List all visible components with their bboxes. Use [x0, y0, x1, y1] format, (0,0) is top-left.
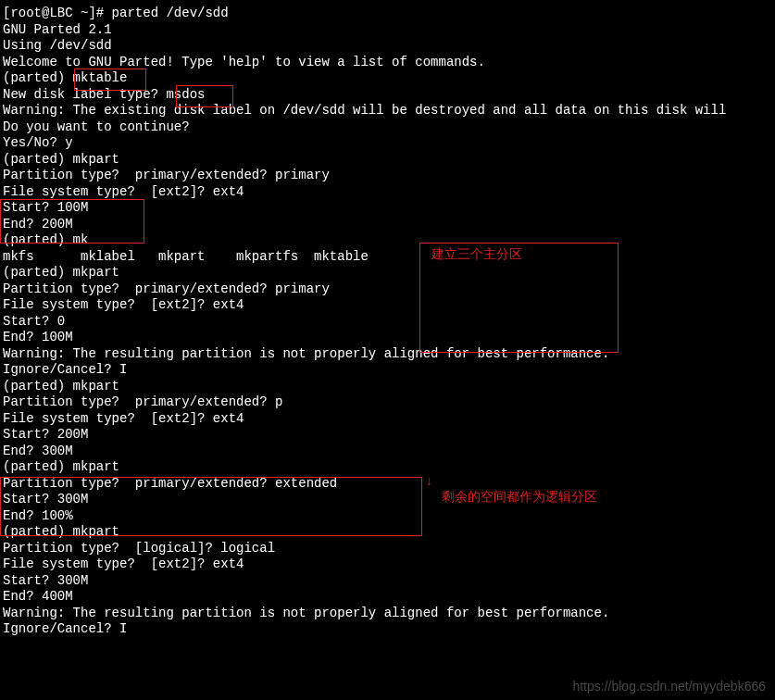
terminal-line: (parted) mkpart: [3, 152, 775, 169]
terminal-line: End? 100%: [3, 508, 775, 525]
terminal-output: [root@LBC ~]# parted /dev/sdd GNU Parted…: [3, 6, 775, 638]
terminal-line: Partition type? primary/extended? extend…: [3, 476, 775, 493]
terminal-line: Partition type? primary/extended? p: [3, 394, 775, 411]
terminal-line: Do you want to continue?: [3, 119, 775, 136]
terminal-line: GNU Parted 2.1: [3, 22, 775, 39]
terminal-line: End? 400M: [3, 589, 775, 606]
terminal-line: (parted) mkpart: [3, 524, 775, 541]
terminal-line: Partition type? primary/extended? primar…: [3, 281, 775, 298]
terminal-line: New disk label type? msdos: [3, 87, 775, 104]
arrow-icon: ↓: [425, 474, 432, 491]
terminal-line: File system type? [ext2]? ext4: [3, 556, 775, 573]
terminal-line: Start? 300M: [3, 492, 775, 508]
terminal-line: End? 200M: [3, 217, 775, 233]
terminal-line: Ignore/Cancel? I: [3, 621, 775, 638]
terminal-line: File system type? [ext2]? ext4: [3, 411, 775, 428]
terminal-line: (parted) mkpart: [3, 379, 775, 395]
terminal-line: End? 300M: [3, 444, 775, 460]
terminal-line: Partition type? primary/extended? primar…: [3, 168, 775, 184]
terminal-line: Partition type? [logical]? logical: [3, 541, 775, 557]
terminal-line: (parted) mkpart: [3, 265, 775, 281]
terminal-line: (parted) mk: [3, 232, 775, 249]
terminal-line: Ignore/Cancel? I: [3, 362, 775, 379]
annotation-label-primary: 建立三个主分区: [431, 247, 522, 264]
terminal-line: Start? 200M: [3, 427, 775, 444]
terminal-line: File system type? [ext2]? ext4: [3, 184, 775, 201]
annotation-label-logical: 剩余的空间都作为逻辑分区: [442, 490, 597, 506]
terminal-line: Warning: The resulting partition is not …: [3, 346, 775, 363]
terminal-line: (parted) mktable: [3, 70, 775, 87]
terminal-line: Yes/No? y: [3, 135, 775, 152]
terminal-line: (parted) mkpart: [3, 459, 775, 476]
terminal-line: File system type? [ext2]? ext4: [3, 297, 775, 314]
terminal-line: Warning: The resulting partition is not …: [3, 606, 775, 622]
terminal-line: Start? 100M: [3, 200, 775, 217]
terminal-line: Warning: The existing disk label on /dev…: [3, 103, 775, 119]
watermark: https://blog.csdn.net/myydebk666: [572, 679, 766, 695]
terminal-line: End? 100M: [3, 330, 775, 346]
terminal-line: Start? 0: [3, 314, 775, 331]
terminal-line: mkfs mklabel mkpart mkpartfs mktable: [3, 249, 775, 266]
terminal-line: Start? 300M: [3, 573, 775, 590]
terminal-line: Using /dev/sdd: [3, 38, 775, 55]
terminal-line: [root@LBC ~]# parted /dev/sdd: [3, 6, 775, 22]
terminal-line: Welcome to GNU Parted! Type 'help' to vi…: [3, 55, 775, 71]
